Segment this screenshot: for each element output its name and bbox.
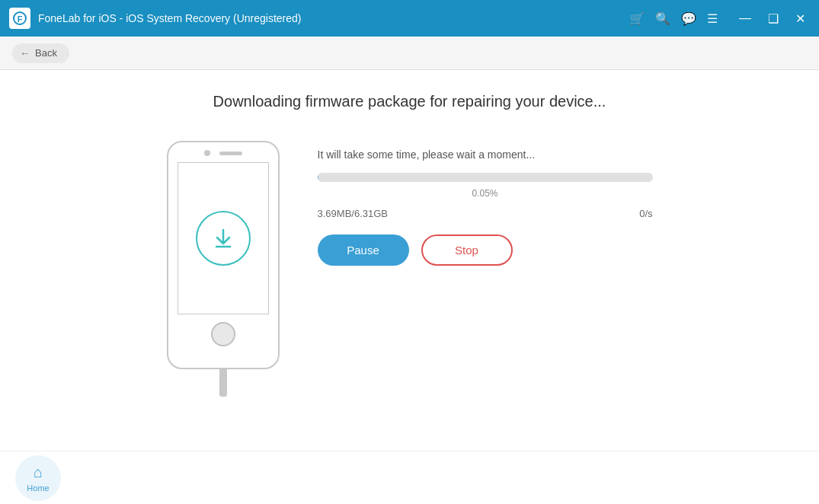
app-icon: F (9, 8, 30, 29)
progress-label: 0.05% (318, 188, 653, 199)
phone-top-bar (168, 142, 278, 156)
page-title: Downloading firmware package for repairi… (213, 93, 606, 110)
pause-button[interactable]: Pause (318, 234, 409, 266)
phone-speaker (219, 152, 242, 155)
download-speed: 0/s (639, 208, 652, 219)
download-info: It will take some time, please wait a mo… (318, 141, 653, 266)
search-icon[interactable]: 🔍 (655, 11, 670, 26)
content-area: It will take some time, please wait a mo… (167, 141, 653, 397)
svg-text:F: F (18, 14, 23, 24)
home-icon: ⌂ (34, 464, 43, 481)
home-label: Home (27, 483, 49, 493)
menu-icon[interactable]: ☰ (707, 11, 718, 26)
back-label: Back (35, 47, 57, 59)
close-button[interactable]: ✕ (791, 10, 810, 27)
phone-screen (178, 162, 269, 314)
downloaded-size: 3.69MB/6.31GB (318, 208, 389, 219)
title-bar-left: F FoneLab for iOS - iOS System Recovery … (9, 8, 301, 29)
title-bar: F FoneLab for iOS - iOS System Recovery … (0, 0, 819, 37)
back-button[interactable]: ← Back (12, 43, 69, 63)
chat-icon[interactable]: 💬 (681, 11, 696, 26)
home-nav-button[interactable]: ⌂ Home (15, 455, 61, 501)
progress-stats: 3.69MB/6.31GB 0/s (318, 208, 653, 219)
minimize-button[interactable]: — (734, 10, 756, 27)
progress-bar-container (318, 173, 653, 182)
nav-bar: ← Back (0, 37, 819, 70)
action-buttons: Pause Stop (318, 234, 653, 266)
maximize-button[interactable]: ❑ (763, 10, 783, 27)
back-arrow-icon: ← (20, 47, 30, 59)
phone-camera (204, 150, 210, 156)
phone-cable (219, 369, 227, 397)
phone-body (167, 141, 280, 369)
phone-illustration (167, 141, 280, 397)
window-controls: — ❑ ✕ (734, 10, 810, 27)
stop-button[interactable]: Stop (421, 234, 513, 266)
phone-home-button (211, 322, 235, 346)
wait-text: It will take some time, please wait a mo… (318, 148, 653, 161)
bottom-bar: ⌂ Home (0, 451, 819, 504)
main-content: Downloading firmware package for repairi… (0, 70, 819, 451)
app-title: FoneLab for iOS - iOS System Recovery (U… (38, 12, 301, 24)
cart-icon[interactable]: 🛒 (629, 11, 645, 26)
title-bar-right: 🛒 🔍 💬 ☰ — ❑ ✕ (629, 10, 810, 27)
download-icon (196, 211, 251, 266)
